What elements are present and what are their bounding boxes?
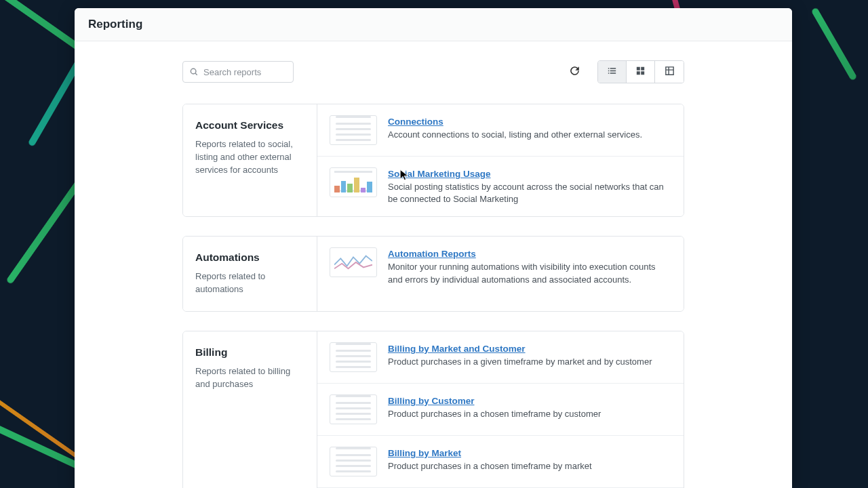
section-sidebar: BillingReports related to billing and pu… bbox=[183, 331, 317, 488]
report-text: Billing by Market and CustomerProduct pu… bbox=[388, 342, 671, 372]
svg-line-1 bbox=[195, 73, 197, 75]
list-icon bbox=[606, 65, 618, 79]
report-description: Account connections to social, listing a… bbox=[388, 129, 671, 141]
main-panel: Reporting bbox=[75, 8, 792, 488]
section: Account ServicesReports related to socia… bbox=[182, 104, 684, 217]
report-thumbnail bbox=[330, 167, 377, 197]
report-row[interactable]: Billing by CustomerProduct purchases in … bbox=[317, 384, 684, 436]
report-text: Automation ReportsMonitor your running a… bbox=[388, 247, 671, 285]
decor-streak bbox=[811, 7, 858, 81]
section-sidebar: Account ServicesReports related to socia… bbox=[183, 104, 317, 216]
report-title-link[interactable]: Billing by Market and Customer bbox=[388, 344, 526, 354]
section-sidebar: AutomationsReports related to automation… bbox=[183, 237, 317, 311]
report-thumbnail bbox=[330, 342, 377, 372]
report-row[interactable]: Billing by MarketProduct purchases in a … bbox=[317, 436, 684, 488]
report-title-link[interactable]: Billing by Market bbox=[388, 448, 461, 458]
report-description: Monitor your running automations with vi… bbox=[388, 261, 671, 285]
panel-body: Account ServicesReports related to socia… bbox=[75, 41, 792, 488]
report-thumbnail bbox=[330, 394, 377, 424]
view-table-button[interactable] bbox=[655, 61, 684, 83]
report-row[interactable]: Billing by Market and CustomerProduct pu… bbox=[317, 331, 684, 384]
section-reports: Billing by Market and CustomerProduct pu… bbox=[317, 331, 684, 488]
report-description: Social posting statistics by account acr… bbox=[388, 181, 671, 205]
section-reports: ConnectionsAccount connections to social… bbox=[317, 104, 684, 216]
toolbar-right bbox=[564, 60, 684, 83]
report-text: Billing by MarketProduct purchases in a … bbox=[388, 447, 671, 476]
report-row[interactable]: Automation ReportsMonitor your running a… bbox=[317, 237, 684, 296]
content: Account ServicesReports related to socia… bbox=[182, 60, 684, 488]
report-description: Product purchases in a given timeframe b… bbox=[388, 356, 671, 368]
report-text: Social Marketing UsageSocial posting sta… bbox=[388, 167, 671, 205]
search-wrap bbox=[182, 61, 294, 83]
section-description: Reports related to billing and purchases bbox=[195, 365, 304, 391]
report-title-link[interactable]: Billing by Customer bbox=[388, 396, 475, 406]
section-description: Reports related to automations bbox=[195, 270, 304, 296]
report-text: ConnectionsAccount connections to social… bbox=[388, 115, 671, 145]
section-title: Billing bbox=[195, 346, 304, 359]
report-description: Product purchases in a chosen timeframe … bbox=[388, 460, 671, 472]
report-description: Product purchases in a chosen timeframe … bbox=[388, 408, 671, 420]
report-thumbnail bbox=[330, 447, 377, 476]
view-grid-button[interactable] bbox=[627, 61, 655, 83]
report-row[interactable]: ConnectionsAccount connections to social… bbox=[317, 104, 684, 157]
section-title: Account Services bbox=[195, 119, 304, 131]
grid-icon bbox=[635, 65, 646, 79]
report-thumbnail bbox=[330, 115, 377, 145]
view-toggle-group bbox=[597, 60, 684, 83]
refresh-icon bbox=[568, 64, 581, 79]
report-title-link[interactable]: Social Marketing Usage bbox=[388, 169, 491, 179]
section-reports: Automation ReportsMonitor your running a… bbox=[317, 237, 684, 311]
table-icon bbox=[664, 65, 675, 79]
svg-point-0 bbox=[191, 68, 196, 74]
report-row[interactable]: Social Marketing UsageSocial posting sta… bbox=[317, 157, 684, 216]
report-title-link[interactable]: Connections bbox=[388, 117, 443, 127]
report-thumbnail bbox=[330, 247, 377, 277]
sections: Account ServicesReports related to socia… bbox=[182, 104, 684, 488]
toolbar bbox=[182, 60, 684, 83]
section: AutomationsReports related to automation… bbox=[182, 236, 684, 312]
panel-header: Reporting bbox=[75, 8, 792, 41]
section-title: Automations bbox=[195, 251, 304, 264]
report-text: Billing by CustomerProduct purchases in … bbox=[388, 394, 671, 424]
section: BillingReports related to billing and pu… bbox=[182, 331, 684, 488]
section-description: Reports related to social, listing and o… bbox=[195, 138, 304, 177]
search-input[interactable] bbox=[182, 61, 294, 83]
refresh-button[interactable] bbox=[564, 61, 585, 83]
report-title-link[interactable]: Automation Reports bbox=[388, 249, 476, 259]
search-icon bbox=[189, 67, 199, 77]
page-title: Reporting bbox=[88, 18, 778, 31]
view-list-button[interactable] bbox=[598, 61, 627, 83]
